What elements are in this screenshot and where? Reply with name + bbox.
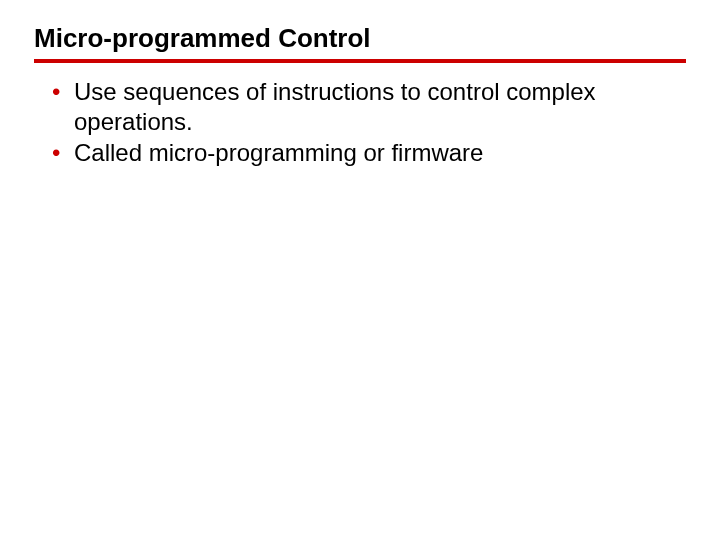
slide: Micro-programmed Control Use sequences o… bbox=[0, 0, 720, 540]
slide-title: Micro-programmed Control bbox=[34, 24, 686, 53]
title-underline bbox=[34, 59, 686, 63]
bullet-list: Use sequences of instructions to control… bbox=[34, 77, 686, 169]
list-item: Use sequences of instructions to control… bbox=[52, 77, 680, 138]
list-item: Called micro-programming or firmware bbox=[52, 138, 680, 169]
